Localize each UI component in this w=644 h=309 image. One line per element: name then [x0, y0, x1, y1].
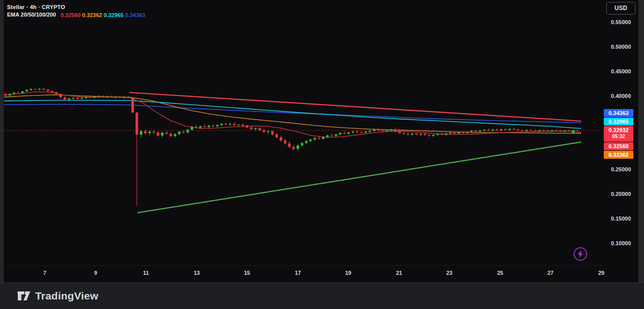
candle-body	[318, 138, 320, 139]
candle-body	[144, 131, 146, 133]
tradingview-logo[interactable]: TradingView	[17, 290, 99, 302]
price-tick-label: 0.50000	[611, 43, 631, 50]
candle-body	[513, 129, 515, 130]
time-tick-label: 9	[88, 270, 103, 276]
price-axis[interactable]: USD 0.550000.500000.450000.400000.250000…	[602, 0, 638, 282]
candle-body	[26, 90, 28, 91]
price-tick-label: 0.25000	[611, 166, 631, 173]
currency-toggle-button[interactable]: USD	[606, 2, 635, 15]
candle-body	[530, 130, 532, 131]
candle-body	[398, 132, 401, 133]
candle-body	[250, 128, 253, 129]
trendline-ascending-support[interactable]	[137, 142, 581, 213]
candle-body	[42, 89, 45, 90]
candle-body	[148, 132, 151, 133]
candle-body	[280, 137, 282, 140]
time-tick-label: 17	[290, 270, 305, 276]
quick-trade-lightning-button[interactable]	[574, 247, 587, 261]
candle-body	[21, 91, 24, 93]
candle-body	[483, 130, 486, 131]
candle-body	[415, 134, 418, 135]
lightning-bolt-icon	[577, 250, 584, 258]
candle-body	[136, 113, 138, 135]
candle-body	[326, 135, 329, 137]
time-axis[interactable]: 7911131517192123252729	[4, 265, 602, 282]
tradingview-chart-window: Stellar · 4h · CRYPTO EMA 20/50/100/200 …	[0, 0, 644, 309]
candle-body	[224, 124, 227, 125]
candle-body	[216, 125, 219, 126]
time-tick-label: 13	[189, 270, 204, 276]
candle-body	[445, 134, 447, 135]
candle-body	[98, 96, 100, 96]
candle-body	[331, 135, 333, 136]
price-tick-label: 0.55000	[611, 19, 631, 26]
candle-body	[542, 130, 545, 131]
indicator-label[interactable]: EMA 20/50/100/200	[7, 12, 56, 18]
candle-body	[55, 92, 58, 94]
candlestick-chart[interactable]	[4, 0, 602, 265]
candle-body	[233, 124, 235, 125]
indicator-value: 0.34363	[125, 12, 145, 18]
candle-body	[390, 130, 392, 131]
price-tick-label: 0.40000	[611, 92, 631, 99]
candle-body	[313, 138, 316, 140]
candle-body	[555, 131, 557, 131]
candle-countdown: 05:32	[604, 133, 633, 140]
symbol-title[interactable]: Stellar · 4h · CRYPTO	[7, 4, 65, 10]
candle-body	[140, 131, 142, 135]
candle-body	[572, 130, 575, 133]
tradingview-logo-icon	[17, 290, 31, 302]
time-tick-label: 7	[37, 270, 52, 276]
time-tick-label: 21	[391, 270, 407, 276]
candle-body	[237, 125, 240, 125]
candle-body	[195, 127, 197, 128]
footer-bar: TradingView	[0, 282, 644, 309]
candle-body	[5, 94, 7, 95]
candle-body	[47, 89, 49, 91]
time-tick-label: 19	[341, 270, 356, 276]
candle-body	[212, 126, 214, 127]
candle-body	[360, 132, 363, 133]
candle-body	[63, 97, 66, 99]
candle-body	[369, 131, 371, 132]
current-price-tag: 0.3293205:32	[604, 126, 633, 142]
time-tick-label: 27	[543, 270, 558, 276]
candle-body	[462, 132, 464, 133]
candle-body	[106, 96, 109, 97]
candle-body	[457, 132, 460, 133]
trendline-descending-resistance[interactable]	[129, 92, 581, 121]
ema-100-tag: 0.32965	[604, 118, 633, 126]
candle-body	[51, 91, 53, 92]
chart-legend: Stellar · 4h · CRYPTO EMA 20/50/100/200 …	[7, 3, 145, 18]
candle-body	[199, 126, 202, 128]
candle-body	[203, 126, 206, 127]
chart-pane[interactable]: Stellar · 4h · CRYPTO EMA 20/50/100/200 …	[4, 0, 602, 265]
ema-20-tag: 0.32560	[604, 142, 633, 150]
candle-body	[102, 96, 104, 97]
candle-body	[449, 133, 452, 134]
candle-body	[30, 89, 32, 90]
candle-body	[492, 130, 494, 131]
candle-body	[356, 132, 358, 133]
candle-body	[403, 133, 405, 134]
candle-body	[407, 134, 409, 135]
ema-200-tag: 0.34363	[604, 109, 633, 117]
candle-body	[322, 137, 325, 139]
candle-body	[453, 133, 456, 134]
candle-body	[335, 134, 337, 136]
candle-body	[559, 131, 562, 132]
candle-body	[59, 94, 62, 97]
candle-body	[119, 96, 121, 97]
candle-body	[85, 97, 88, 98]
candle-body	[13, 92, 15, 93]
candle-body	[500, 129, 503, 130]
right-edge-strip[interactable]	[638, 0, 644, 282]
candle-body	[254, 128, 257, 129]
candle-body	[123, 97, 125, 98]
candle-body	[170, 134, 172, 136]
ema-line-200[interactable]	[4, 105, 581, 123]
candle-body	[479, 131, 481, 132]
candle-body	[127, 97, 130, 98]
candle-body	[161, 133, 164, 136]
candle-body	[576, 130, 579, 131]
